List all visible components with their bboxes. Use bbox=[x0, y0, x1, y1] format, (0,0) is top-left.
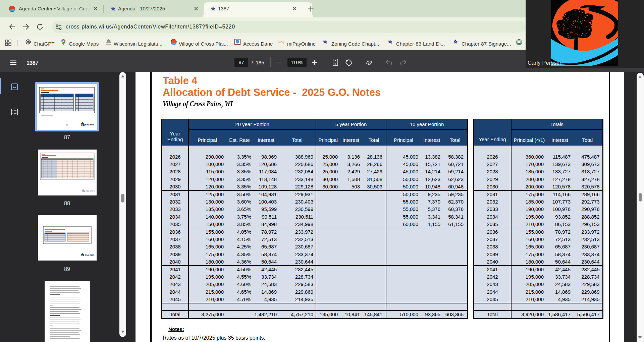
svg-text:EHLERS: EHLERS bbox=[85, 254, 95, 256]
svg-text:87: 87 bbox=[66, 124, 68, 126]
svg-text:EHLERS: EHLERS bbox=[85, 123, 95, 126]
svg-text:miPay: miPay bbox=[278, 41, 285, 44]
svg-text:EHLERS: EHLERS bbox=[86, 190, 95, 192]
